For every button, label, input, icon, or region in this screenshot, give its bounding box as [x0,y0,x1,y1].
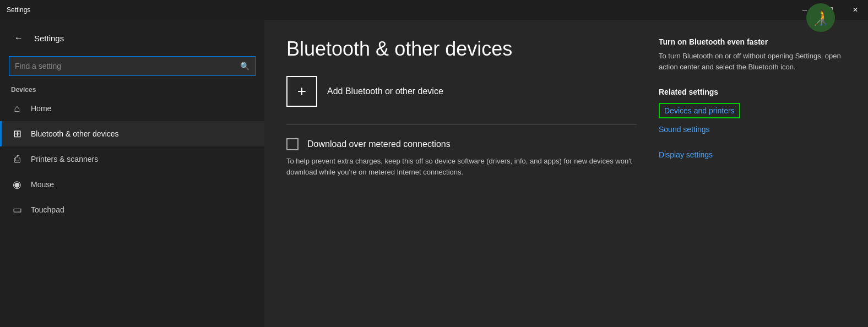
sidebar: ← Settings 🔍 Devices ⌂ Home ⊞ Bluetooth … [0,20,264,327]
sound-settings-link[interactable]: Sound settings [659,125,846,134]
sidebar-search-box[interactable]: 🔍 [9,56,256,76]
touchpad-icon: ▭ [11,204,23,216]
mouse-icon: ◉ [11,178,23,190]
mouse-label: Mouse [31,180,54,189]
metered-header: Download over metered connections [286,138,637,150]
search-icon[interactable]: 🔍 [240,62,249,70]
bluetooth-label: Bluetooth & other devices [31,129,119,138]
metered-checkbox[interactable] [286,138,299,150]
sidebar-item-bluetooth[interactable]: ⊞ Bluetooth & other devices [0,121,264,146]
tip-section: Turn on Bluetooth even faster To turn Bl… [659,37,846,72]
printer-icon: ⎙ [11,154,23,165]
back-button[interactable]: ← [11,30,26,46]
related-settings: Related settings Devices and printers So… [659,88,846,166]
printers-label: Printers & scanners [31,155,98,164]
metered-label: Download over metered connections [307,139,451,149]
app-body: ← Settings 🔍 Devices ⌂ Home ⊞ Bluetooth … [0,20,868,327]
tip-text: To turn Bluetooth on or off without open… [659,51,846,72]
metered-desc: To help prevent extra charges, keep this… [286,156,637,177]
page-title: Bluetooth & other devices [286,37,637,61]
titlebar-left: Settings [7,6,30,14]
add-device-label: Add Bluetooth or other device [327,86,443,96]
sidebar-item-touchpad[interactable]: ▭ Touchpad [0,197,264,222]
section-divider [286,124,637,125]
bluetooth-icon: ⊞ [11,128,23,140]
content-left: Bluetooth & other devices + Add Bluetoot… [286,37,637,316]
sidebar-app-title: Settings [34,34,64,43]
main-content: Bluetooth & other devices + Add Bluetoot… [264,20,868,327]
sidebar-section-label: Devices [0,81,264,96]
titlebar-title: Settings [7,6,30,14]
avatar-face: 🧑‍🦯 [812,9,829,26]
display-settings-link[interactable]: Display settings [659,150,846,159]
close-button[interactable]: ✕ [843,0,868,20]
sidebar-item-home[interactable]: ⌂ Home [0,96,264,121]
related-section-title: Related settings [659,88,846,96]
devices-printers-link[interactable]: Devices and printers [659,103,740,118]
sidebar-item-mouse[interactable]: ◉ Mouse [0,172,264,197]
search-input[interactable] [15,62,240,70]
sidebar-header: ← Settings [0,20,264,53]
touchpad-label: Touchpad [31,205,64,214]
add-device-icon: + [286,76,317,107]
sidebar-search-wrap: 🔍 [0,53,264,81]
content-right: Turn on Bluetooth even faster To turn Bl… [659,37,846,316]
home-label: Home [31,104,51,113]
avatar: 🧑‍🦯 [806,3,835,32]
metered-section: Download over metered connections To hel… [286,138,637,177]
tip-title: Turn on Bluetooth even faster [659,37,846,46]
add-device-button[interactable]: + Add Bluetooth or other device [286,76,637,107]
titlebar-right: 🧑‍🦯 ─ ☐ ✕ [792,0,868,20]
home-icon: ⌂ [11,103,23,115]
sidebar-item-printers[interactable]: ⎙ Printers & scanners [0,146,264,172]
titlebar: Settings 🧑‍🦯 ─ ☐ ✕ [0,0,868,20]
